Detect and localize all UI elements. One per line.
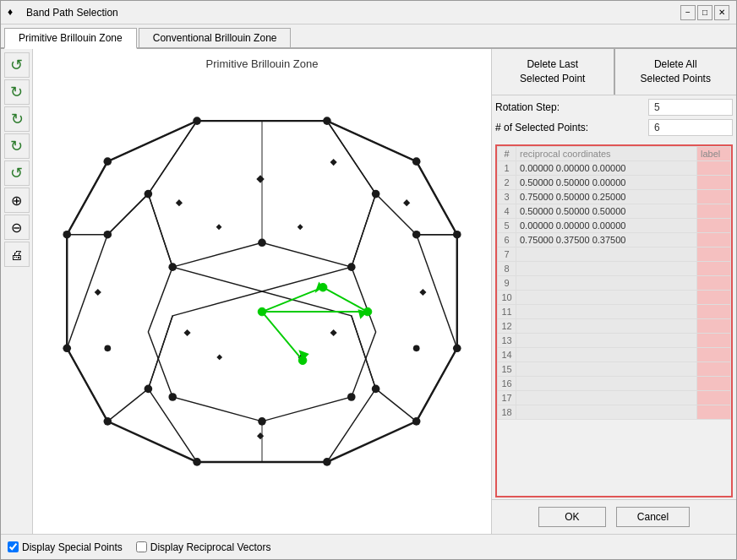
zoom-out-button[interactable]: ⊖	[4, 215, 30, 240]
table-row[interactable]: 17	[498, 390, 731, 405]
svg-point-36	[413, 345, 420, 351]
svg-point-35	[104, 231, 112, 239]
svg-line-8	[107, 389, 148, 421]
table-cell-label[interactable]	[697, 261, 731, 275]
table-row[interactable]: 30.75000 0.50000 0.25000	[498, 189, 731, 204]
table-row[interactable]: 20.50000 0.50000 0.00000	[498, 175, 731, 189]
table-cell-label[interactable]	[697, 333, 731, 347]
table-cell-label[interactable]	[697, 405, 731, 419]
table-row[interactable]: 15	[498, 362, 731, 376]
svg-line-12	[376, 389, 417, 421]
display-reciprocal-checkbox[interactable]	[136, 541, 147, 552]
table-cell-label[interactable]	[697, 347, 731, 362]
table-cell-coords[interactable]: 0.75000 0.50000 0.25000	[516, 189, 697, 204]
table-cell-coords[interactable]	[516, 376, 697, 390]
table-cell-coords[interactable]	[516, 318, 697, 333]
table-cell-label[interactable]	[697, 204, 731, 218]
table-row[interactable]: 14	[498, 347, 731, 362]
table-row[interactable]: 16	[498, 376, 731, 390]
table-row[interactable]: 10	[498, 290, 731, 304]
table-row[interactable]: 9	[498, 275, 731, 290]
table-cell-coords[interactable]	[516, 405, 697, 419]
tab-primitive[interactable]: Primitive Brillouin Zone	[4, 28, 137, 49]
display-reciprocal-checkbox-label[interactable]: Display Reciprocal Vectors	[136, 541, 271, 553]
print-button[interactable]: 🖨	[4, 242, 30, 267]
table-cell-num: 2	[498, 175, 516, 189]
table-cell-coords[interactable]: 0.75000 0.37500 0.37500	[516, 232, 697, 247]
table-row[interactable]: 8	[498, 261, 731, 275]
table-cell-label[interactable]	[697, 318, 731, 333]
table-row[interactable]: 11	[498, 304, 731, 318]
svg-marker-3	[67, 121, 197, 235]
table-row[interactable]: 18	[498, 405, 731, 419]
table-row[interactable]: 12	[498, 318, 731, 333]
table-cell-coords[interactable]	[516, 275, 697, 290]
table-cell-coords[interactable]	[516, 247, 697, 261]
table-row[interactable]: 7	[498, 247, 731, 261]
rotation-step-input[interactable]	[648, 99, 733, 116]
rotate-ccw3-button[interactable]: ↺	[4, 160, 30, 186]
table-cell-label[interactable]	[697, 304, 731, 318]
svg-line-59	[262, 287, 323, 312]
svg-line-16	[148, 316, 172, 389]
table-cell-coords[interactable]: 0.50000 0.50000 0.50000	[516, 204, 697, 218]
svg-point-67	[319, 283, 327, 291]
zoom-in-button[interactable]: ⊕	[4, 188, 30, 213]
svg-line-62	[262, 312, 303, 361]
table-cell-coords[interactable]	[516, 290, 697, 304]
svg-line-17	[352, 316, 376, 389]
table-row[interactable]: 40.50000 0.50000 0.50000	[498, 204, 731, 218]
rotate-ccw1-button[interactable]: ↺	[4, 52, 30, 78]
svg-rect-51	[183, 329, 190, 336]
table-cell-label[interactable]	[697, 247, 731, 261]
display-reciprocal-label: Display Reciprocal Vectors	[150, 541, 271, 553]
table-cell-coords[interactable]	[516, 333, 697, 347]
table-cell-label[interactable]	[697, 160, 731, 175]
svg-point-37	[104, 345, 111, 351]
table-cell-coords[interactable]	[516, 390, 697, 405]
rotate-cw1-button[interactable]: ↻	[4, 79, 30, 105]
svg-point-25	[412, 417, 421, 426]
tab-conventional[interactable]: Conventional Brillouin Zone	[139, 28, 292, 47]
table-cell-coords[interactable]: 0.50000 0.50000 0.00000	[516, 175, 697, 189]
table-cell-label[interactable]	[697, 376, 731, 390]
svg-rect-46	[256, 175, 265, 183]
table-row[interactable]: 50.00000 0.00000 0.00000	[498, 218, 731, 232]
table-cell-num: 12	[498, 318, 516, 333]
table-cell-label[interactable]	[697, 390, 731, 405]
minimize-button[interactable]: −	[680, 5, 696, 20]
table-cell-coords[interactable]	[516, 304, 697, 318]
table-cell-label[interactable]	[697, 218, 731, 232]
table-row[interactable]: 10.00000 0.00000 0.00000	[498, 160, 731, 175]
table-cell-label[interactable]	[697, 275, 731, 290]
rotate-ccw2-button[interactable]: ↺	[4, 106, 30, 132]
table-cell-num: 7	[498, 247, 516, 261]
table-cell-label[interactable]	[697, 189, 731, 204]
close-button[interactable]: ✕	[714, 5, 729, 20]
table-row[interactable]: 60.75000 0.37500 0.37500	[498, 232, 731, 247]
table-cell-coords[interactable]	[516, 261, 697, 275]
table-cell-coords[interactable]	[516, 362, 697, 376]
table-cell-label[interactable]	[697, 175, 731, 189]
canvas-area: Primitive Brillouin Zone	[33, 49, 491, 534]
table-cell-label[interactable]	[697, 362, 731, 376]
cancel-button[interactable]: Cancel	[616, 507, 690, 527]
table-row[interactable]: 13	[498, 333, 731, 347]
table-cell-label[interactable]	[697, 232, 731, 247]
table-cell-coords[interactable]: 0.00000 0.00000 0.00000	[516, 160, 697, 175]
table-cell-coords[interactable]: 0.00000 0.00000 0.00000	[516, 218, 697, 232]
delete-last-button[interactable]: Delete LastSelected Point	[492, 49, 614, 95]
svg-point-38	[145, 385, 153, 394]
display-special-checkbox-label[interactable]: Display Special Points	[8, 541, 123, 553]
maximize-button[interactable]: □	[697, 5, 712, 20]
table-cell-label[interactable]	[697, 290, 731, 304]
rotate-cw2-button[interactable]: ↻	[4, 133, 30, 159]
kpoints-table-wrapper: # reciprocal coordinates label 10.00000 …	[495, 144, 733, 497]
svg-point-45	[258, 417, 266, 426]
num-selected-input[interactable]	[648, 119, 733, 136]
delete-all-button[interactable]: Delete AllSelected Points	[614, 49, 737, 95]
display-special-checkbox[interactable]	[8, 541, 19, 552]
table-cell-coords[interactable]	[516, 347, 697, 362]
ok-button[interactable]: OK	[538, 507, 606, 527]
svg-line-14	[148, 194, 172, 268]
